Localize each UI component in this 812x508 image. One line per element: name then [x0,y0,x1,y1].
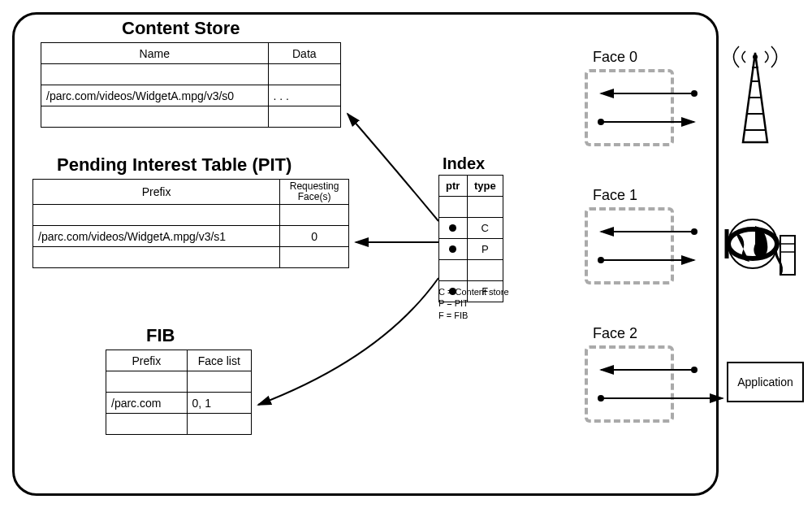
table-row [41,106,341,128]
application-label: Application [737,376,793,389]
pit-table: Prefix Requesting Face(s) /parc.com/vide… [32,179,349,268]
table-row: P [439,239,503,260]
table-row [33,205,349,226]
fib-row-prefix: /parc.com [106,393,188,414]
table-row [106,371,252,393]
index-ptr-1 [439,239,468,260]
pit-prefix-header: Prefix [33,180,280,205]
legend-f: F = FIB [438,310,509,321]
fib-table: Prefix Face list /parc.com 0, 1 [106,350,252,435]
table-row [439,197,503,218]
cs-row-name: /parc.com/videos/WidgetA.mpg/v3/s0 [41,85,269,106]
pit-row-faces: 0 [280,226,349,247]
svg-point-13 [728,229,777,258]
index-legend: C = Content store P = PIT F = FIB [438,286,509,321]
index-type-c: C [467,218,503,239]
table-row [33,247,349,268]
index-title: Index [443,154,485,173]
face0-label: Face 0 [593,49,637,66]
svg-rect-15 [780,236,795,275]
pit-row-prefix: /parc.com/videos/WidgetA.mpg/v3/s1 [33,226,280,247]
index-type-p: P [467,239,503,260]
internet-globe-icon [727,219,795,275]
pit-title: Pending Interest Table (PIT) [57,154,292,176]
index-ptr-header: ptr [439,176,468,197]
fib-prefix-header: Prefix [106,350,188,371]
pit-faces-header: Requesting Face(s) [280,180,349,205]
face0-box [585,69,674,146]
index-table: ptr type C P F [438,175,503,302]
cs-data-header: Data [268,43,340,64]
table-row [439,260,503,281]
svg-point-11 [753,54,758,59]
face2-label: Face 2 [593,325,637,342]
fib-title: FIB [146,325,175,346]
table-row: /parc.com 0, 1 [106,393,252,414]
antenna-tower-icon [734,46,777,142]
fib-row-facelist: 0, 1 [187,393,251,414]
index-type-header: type [467,176,503,197]
legend-p: P = PIT [438,297,509,309]
index-ptr-0 [439,218,468,239]
svg-point-12 [728,219,777,268]
cs-name-header: Name [41,43,269,64]
application-box: Application [727,362,804,402]
legend-c: C = Content store [438,286,509,297]
content-store-title: Content Store [122,18,240,39]
table-row: /parc.com/videos/WidgetA.mpg/v3/s1 0 [33,226,349,247]
face2-box [585,345,674,423]
pointer-dot-icon [449,224,456,232]
face1-box [585,207,674,284]
cs-row-data: . . . [268,85,340,106]
face1-label: Face 1 [593,187,637,204]
fib-facelist-header: Face list [187,350,251,371]
table-row: C [439,218,503,239]
table-row [41,64,341,85]
table-row [106,414,252,435]
table-row: /parc.com/videos/WidgetA.mpg/v3/s0 . . . [41,85,341,106]
pointer-dot-icon [449,245,456,253]
content-store-table: Name Data /parc.com/videos/WidgetA.mpg/v… [41,42,341,128]
